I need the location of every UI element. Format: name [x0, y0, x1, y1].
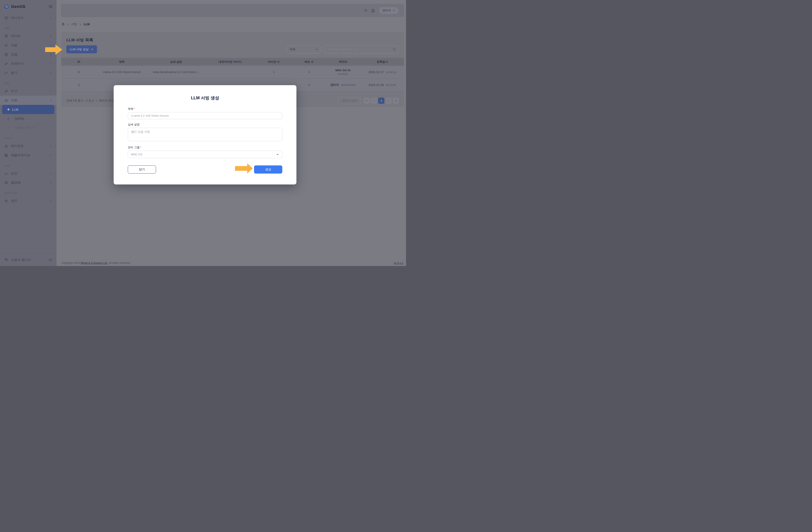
filter-field-select[interactable]: 제목 [287, 45, 321, 53]
column-header-revision-count: 리비전 수 [255, 58, 293, 66]
page-size-label: 페이지 표시 [99, 99, 114, 102]
sidebar-item-data[interactable]: 데이터 [0, 31, 57, 41]
sidebar-item-agent[interactable]: 에이전트 [0, 142, 57, 150]
title-input[interactable] [128, 112, 282, 119]
database-icon [4, 34, 8, 38]
chevron-right-icon [49, 71, 52, 74]
required-asterisk: * [134, 107, 135, 111]
sidebar-subitem-llm[interactable]: LLM [2, 105, 54, 114]
sidebar-item-develop[interactable]: 개발 [0, 41, 57, 50]
sidebar-item-label: 서빙 [11, 98, 17, 102]
sidebar-item-trainer[interactable]: 트레이너 [0, 59, 57, 68]
sidebar-section-dev: 개발 [0, 23, 57, 31]
description-field: 상세 설명 멀티 모달 서빙 [128, 123, 282, 142]
chevron-down-icon [316, 48, 318, 51]
cell-created-at: 2024-12-27 14:34:14 [360, 66, 404, 78]
prev-page-button[interactable] [371, 98, 377, 104]
sidebar-item-quota[interactable]: 할당량 [0, 178, 57, 187]
sidebar-item-approval[interactable]: 승인 [0, 169, 57, 178]
sidebar-item-label: 트레이너 [11, 62, 24, 66]
cell-id: 3 [61, 78, 97, 91]
user-menu[interactable]: 관리자 [379, 7, 398, 14]
table-row[interactable]: 6 Llama-3.2-11B-Vision-Instruct meta-lla… [61, 66, 404, 78]
cell-revision-id [205, 66, 255, 78]
sidebar-item-label: 모델 [11, 53, 17, 57]
sidebar-item-label: 도구 [11, 89, 17, 93]
description-label: 상세 설명 [128, 123, 282, 127]
sidebar-user-page[interactable]: 사용자 페이지 [0, 254, 57, 266]
chevron-right-icon [49, 44, 52, 47]
modal-title: LLM 서빙 생성 [114, 95, 296, 101]
column-header-description: 상세 설명 [147, 58, 205, 66]
font-size-button[interactable]: 가 [364, 9, 367, 13]
create-button[interactable]: 생성 [254, 166, 282, 174]
column-header-id: ID [61, 58, 97, 66]
cloud-icon [4, 98, 8, 102]
breadcrumb-current: LLM [84, 23, 90, 26]
create-llm-serving-button[interactable]: LLM 서빙 생성 [66, 45, 97, 53]
sidebar: GenOS 대시보드 개발 데이터 개발 [0, 0, 57, 266]
apps-icon [4, 154, 8, 157]
sidebar-item-serving[interactable]: 서빙 [0, 96, 57, 105]
next-page-button[interactable] [386, 98, 392, 104]
chevron-right-icon [49, 172, 52, 175]
version-link[interactable]: v1.3.1.1 [394, 261, 403, 264]
sidebar-collapse-icon[interactable] [48, 4, 53, 9]
cell-id: 6 [61, 66, 97, 78]
chevron-right-icon [49, 35, 52, 38]
chevron-right-icon [49, 154, 52, 157]
active-dot-icon [8, 109, 10, 111]
cell-title: Llama-3.2-11B-Vision-Instruct [97, 66, 147, 78]
breadcrumb-home[interactable]: 홈 [62, 22, 64, 26]
page-number-input[interactable] [338, 97, 361, 104]
required-asterisk: * [140, 146, 141, 149]
chevron-right-icon [67, 23, 69, 26]
sidebar-item-model[interactable]: 모델 [0, 50, 57, 59]
search-icon[interactable] [392, 47, 396, 51]
breadcrumb: 홈 서빙 LLM [62, 22, 90, 26]
cell-deploy-count: 0 [293, 78, 325, 91]
cell-deploy-count: 1 [293, 66, 325, 78]
cell-creator: 관리자 administrator [325, 78, 360, 91]
column-header-revision-id: 대표리비전 아이디 [205, 58, 255, 66]
close-button[interactable]: 닫기 [128, 166, 156, 174]
group-label: 관리 그룹* [128, 145, 282, 149]
group-select[interactable]: MNC DS [128, 150, 282, 158]
sidebar-item-label: 대시보드 [11, 16, 24, 20]
chevron-down-icon [49, 99, 52, 102]
toolbar: LLM 서빙 생성 제목 [66, 45, 399, 53]
gear-icon [4, 199, 8, 203]
copyright-text: Copyright 2024 [62, 261, 80, 264]
sidebar-user-page-label: 사용자 페이지 [11, 258, 31, 262]
screen: GenOS 대시보드 개발 데이터 개발 [0, 0, 406, 266]
chevron-down-icon [392, 9, 395, 12]
page-1-button[interactable]: 1 [378, 98, 385, 104]
search-input[interactable] [327, 47, 392, 51]
creator-name: 관리자 [330, 83, 339, 86]
column-header-creator: 제작자 [325, 58, 360, 66]
last-page-button[interactable] [393, 98, 399, 104]
sidebar-item-label: 임베딩 [15, 117, 25, 121]
search-box [324, 45, 399, 53]
sidebar-item-label: LLM [12, 107, 18, 111]
genos-logo-icon [4, 4, 9, 9]
sidebar-item-admin[interactable]: 관리 [0, 196, 57, 205]
sidebar-section-service: 서비스 [0, 132, 57, 142]
sidebar-subitem-embedding[interactable]: 임베딩 [0, 114, 57, 123]
sidebar-item-dashboard[interactable]: 대시보드 [0, 13, 57, 23]
sidebar-item-evaluation[interactable]: 평가 [0, 68, 57, 77]
chevron-right-icon [49, 90, 52, 93]
modal-actions: 닫기 생성 [128, 166, 282, 174]
logo-row: GenOS [0, 0, 57, 12]
sidebar-item-tools[interactable]: 도구 [0, 86, 57, 96]
chevron-right-icon [49, 53, 52, 56]
first-page-button[interactable] [364, 98, 370, 104]
sidebar-item-label: 애플리케이션 [11, 153, 30, 157]
description-textarea[interactable]: 멀티 모달 서빙 [128, 128, 282, 141]
external-link-icon [48, 258, 52, 262]
breadcrumb-serving[interactable]: 서빙 [71, 22, 77, 26]
sidebar-item-application[interactable]: 애플리케이션 [0, 150, 57, 160]
bell-icon[interactable] [371, 8, 375, 13]
chevron-right-icon [49, 62, 52, 65]
company-link[interactable]: Minds & Company Ltd. [81, 261, 108, 264]
